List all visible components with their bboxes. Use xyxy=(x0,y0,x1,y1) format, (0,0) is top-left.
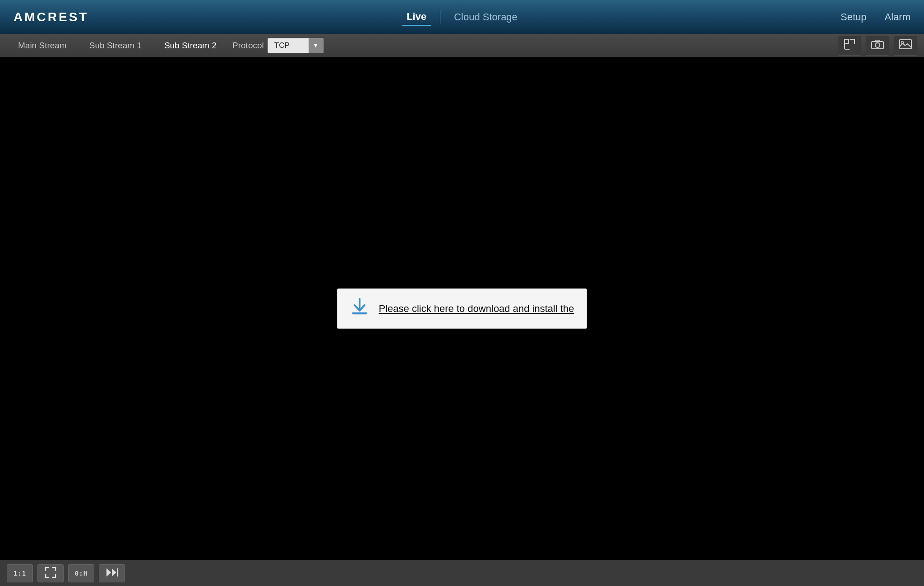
sub-stream1-tab[interactable]: Sub Stream 1 xyxy=(78,36,153,55)
protocol-label: Protocol xyxy=(232,41,264,51)
camera-icon xyxy=(871,39,884,52)
ratio-label: 1:1 xyxy=(14,570,26,577)
video-area: Please click here to download and instal… xyxy=(0,57,924,560)
bottom-toolbar: 1:1 0:H xyxy=(0,560,924,586)
svg-point-9 xyxy=(901,41,904,43)
svg-marker-11 xyxy=(112,568,116,577)
protocol-value: TCP xyxy=(268,38,309,53)
nav-cloud-storage[interactable]: Cloud Storage xyxy=(449,9,522,25)
svg-point-6 xyxy=(875,43,880,47)
gallery-button[interactable] xyxy=(894,36,917,56)
timer-label: 0:H xyxy=(75,570,88,577)
sub-stream2-tab[interactable]: Sub Stream 2 xyxy=(153,36,228,55)
nav-center: Live Cloud Storage xyxy=(402,9,522,26)
expand-button[interactable] xyxy=(838,36,861,56)
fullscreen-button[interactable] xyxy=(37,564,64,582)
protocol-select[interactable]: TCP xyxy=(268,38,323,53)
ratio-button[interactable]: 1:1 xyxy=(7,564,33,582)
expand-icon xyxy=(844,38,855,53)
nav-alarm[interactable]: Alarm xyxy=(885,11,910,23)
timer-button[interactable]: 0:H xyxy=(68,564,94,582)
gallery-icon xyxy=(899,39,912,52)
snapshot-button[interactable] xyxy=(866,36,889,56)
fullscreen-icon xyxy=(45,567,56,580)
main-stream-tab[interactable]: Main Stream xyxy=(7,36,78,55)
stream-bar-right-icons xyxy=(838,36,917,56)
brand-logo: AMCREST xyxy=(0,10,102,24)
svg-marker-10 xyxy=(106,568,111,577)
nav-setup[interactable]: Setup xyxy=(841,11,867,23)
nav-live[interactable]: Live xyxy=(402,9,431,26)
nav-divider xyxy=(440,10,440,24)
forward-button[interactable] xyxy=(99,564,125,582)
download-prompt[interactable]: Please click here to download and instal… xyxy=(337,288,587,329)
stream-bar: Main Stream Sub Stream 1 Sub Stream 2 Pr… xyxy=(0,34,924,57)
top-navigation: AMCREST Live Cloud Storage Setup Alarm xyxy=(0,0,924,34)
protocol-dropdown-arrow[interactable] xyxy=(309,38,323,53)
nav-right: Setup Alarm xyxy=(841,11,910,23)
download-icon xyxy=(350,297,369,320)
forward-icon xyxy=(106,567,118,579)
svg-rect-0 xyxy=(845,39,849,43)
download-prompt-text[interactable]: Please click here to download and instal… xyxy=(379,303,574,315)
svg-rect-12 xyxy=(117,568,118,577)
